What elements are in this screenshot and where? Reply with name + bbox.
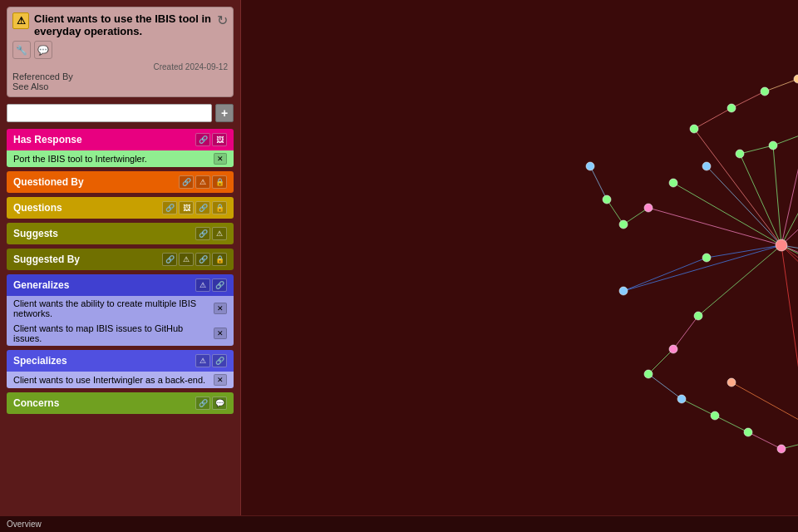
warning-icon: ⚠ xyxy=(12,12,29,29)
section-header-suggests[interactable]: Suggests 🔗⚠ xyxy=(7,223,234,244)
add-button[interactable]: + xyxy=(215,104,234,122)
section-suggests: Suggests 🔗⚠ xyxy=(7,223,234,244)
svg-point-70 xyxy=(769,141,777,150)
graph-svg xyxy=(241,0,798,524)
section-header-has-response[interactable]: Has Response 🔗🖼 xyxy=(7,129,234,150)
svg-line-15 xyxy=(781,245,798,424)
svg-line-18 xyxy=(765,79,798,91)
section-icon-0[interactable]: 🔗 xyxy=(162,253,177,266)
status-bar: Overview xyxy=(0,515,798,532)
section-icon-1[interactable]: 💬 xyxy=(212,397,227,410)
tool-icon-1[interactable]: 🔧 xyxy=(12,41,31,59)
svg-line-52 xyxy=(623,208,648,224)
item-text: Port the IBIS tool to Intertwingler. xyxy=(13,154,147,164)
section-icon-0[interactable]: 🔗 xyxy=(179,175,194,189)
svg-point-90 xyxy=(694,312,702,320)
section-label-suggests: Suggests xyxy=(13,228,190,239)
section-icon-1[interactable]: 🔗 xyxy=(212,354,227,367)
svg-line-39 xyxy=(648,374,682,399)
section-label-specializes: Specializes xyxy=(13,355,190,367)
svg-point-93 xyxy=(677,395,686,403)
section-header-questioned-by[interactable]: Questioned By 🔗⚠🔒 xyxy=(7,171,234,193)
status-text: Overview xyxy=(7,520,42,529)
tool-icon-2[interactable]: 💬 xyxy=(34,41,52,59)
svg-line-42 xyxy=(748,432,781,449)
section-item-1[interactable]: Client wants to map IBIS issues to GitHu… xyxy=(7,321,234,346)
search-input[interactable] xyxy=(7,104,212,122)
svg-line-54 xyxy=(590,166,607,200)
svg-point-95 xyxy=(744,428,752,436)
svg-line-37 xyxy=(673,316,698,349)
section-icon-3[interactable]: 🔒 xyxy=(212,253,227,266)
section-icon-3[interactable]: 🔒 xyxy=(212,201,227,214)
svg-line-5 xyxy=(673,183,781,245)
section-icon-0[interactable]: 🔗 xyxy=(195,133,210,146)
section-icon-2[interactable]: 🔒 xyxy=(212,175,227,189)
svg-line-6 xyxy=(648,208,781,245)
svg-point-72 xyxy=(702,162,711,170)
svg-point-107 xyxy=(702,254,711,262)
svg-point-91 xyxy=(669,345,677,353)
svg-line-51 xyxy=(732,382,798,424)
svg-point-96 xyxy=(777,445,786,453)
section-icon-0[interactable]: 🔗 xyxy=(162,201,177,214)
top-card: ⚠ Client wants to use the IBIS tool in e… xyxy=(7,7,234,97)
section-icon-0[interactable]: 🔗 xyxy=(195,397,210,410)
section-questioned-by: Questioned By 🔗⚠🔒 xyxy=(7,171,234,193)
section-specializes: Specializes ⚠🔗 Client wants to use Inter… xyxy=(7,350,234,388)
section-icon-0[interactable]: ⚠ xyxy=(195,278,210,292)
svg-point-75 xyxy=(619,220,628,229)
section-item-0[interactable]: Client wants the ability to create multi… xyxy=(7,296,234,321)
svg-point-71 xyxy=(736,150,744,158)
section-questions: Questions 🔗🖼🔗🔒 xyxy=(7,197,234,219)
section-header-generalizes[interactable]: Generalizes ⚠🔗 xyxy=(7,274,234,296)
svg-line-55 xyxy=(623,258,707,291)
section-item-0[interactable]: Port the IBIS tool to Intertwingler. ✕ xyxy=(7,150,234,167)
svg-point-76 xyxy=(603,195,611,204)
section-icon-1[interactable]: 🔗 xyxy=(212,278,227,292)
card-title: Client wants to use the IBIS tool in eve… xyxy=(34,12,212,37)
section-header-questions[interactable]: Questions 🔗🖼🔗🔒 xyxy=(7,197,234,219)
section-item-0[interactable]: Client wants to use Intertwingler as a b… xyxy=(7,372,234,388)
item-close-0[interactable]: ✕ xyxy=(214,374,227,386)
svg-point-59 xyxy=(690,125,698,133)
svg-line-4 xyxy=(707,166,781,245)
svg-point-61 xyxy=(761,87,769,96)
svg-line-38 xyxy=(648,349,673,374)
section-icon-1[interactable]: 🖼 xyxy=(212,133,227,146)
section-header-concerns[interactable]: Concerns 🔗💬 xyxy=(7,392,234,414)
section-has-response: Has Response 🔗🖼 Port the IBIS tool to In… xyxy=(7,129,234,167)
svg-line-53 xyxy=(607,200,623,224)
svg-line-27 xyxy=(740,145,773,154)
item-text: Client wants to use Intertwingler as a b… xyxy=(13,375,205,385)
svg-point-108 xyxy=(619,287,628,295)
item-close-1[interactable]: ✕ xyxy=(214,328,227,339)
svg-point-60 xyxy=(727,104,736,112)
svg-line-17 xyxy=(732,91,765,108)
svg-point-58 xyxy=(776,239,787,251)
section-header-suggested-by[interactable]: Suggested By 🔗⚠🔗🔒 xyxy=(7,249,234,270)
section-label-suggested-by: Suggested By xyxy=(13,254,157,265)
svg-point-92 xyxy=(644,370,653,378)
svg-line-1 xyxy=(781,133,798,245)
item-close-0[interactable]: ✕ xyxy=(214,303,227,314)
section-icon-2[interactable]: 🔗 xyxy=(195,201,210,214)
svg-point-77 xyxy=(586,162,594,170)
refresh-icon[interactable]: ↻ xyxy=(217,12,228,28)
svg-point-106 xyxy=(727,378,736,387)
section-icon-1[interactable]: ⚠ xyxy=(212,227,227,240)
section-icon-0[interactable]: ⚠ xyxy=(195,354,210,367)
svg-point-73 xyxy=(669,179,677,187)
section-header-specializes[interactable]: Specializes ⚠🔗 xyxy=(7,350,234,372)
search-row: + xyxy=(7,104,234,122)
section-icon-2[interactable]: 🔗 xyxy=(195,253,210,266)
section-generalizes: Generalizes ⚠🔗 Client wants the ability … xyxy=(7,274,234,346)
created-date: Created 2024-09-12 xyxy=(12,62,228,71)
section-icon-0[interactable]: 🔗 xyxy=(195,227,210,240)
section-icon-1[interactable]: ⚠ xyxy=(195,175,210,189)
section-label-has-response: Has Response xyxy=(13,134,190,145)
item-text: Client wants to map IBIS issues to GitHu… xyxy=(13,323,214,343)
item-close-0[interactable]: ✕ xyxy=(214,153,227,165)
section-icon-1[interactable]: ⚠ xyxy=(179,253,194,266)
section-icon-1[interactable]: 🖼 xyxy=(179,201,194,214)
